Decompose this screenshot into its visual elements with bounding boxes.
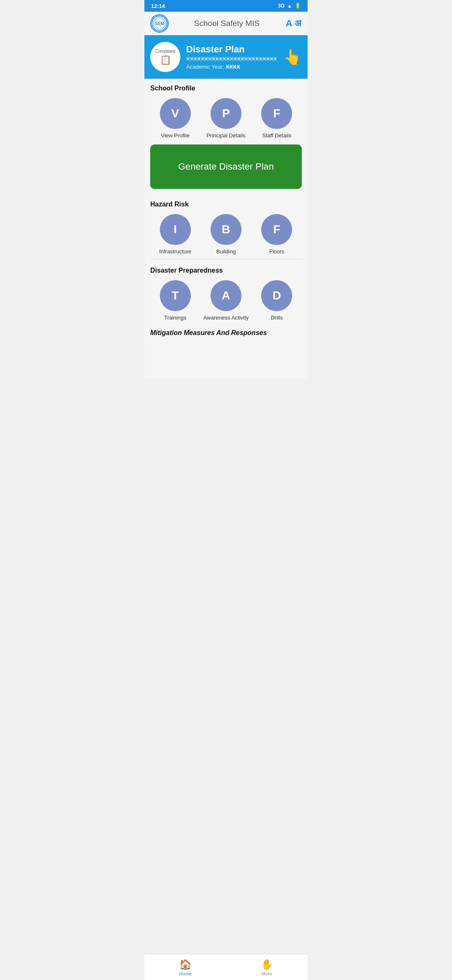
drills-label: Drills <box>271 315 283 321</box>
generate-btn-wrapper: Generate Disaster Plan <box>144 141 308 195</box>
trainings-label: Trainings <box>164 315 186 321</box>
signal-icon: ▲ <box>287 3 292 9</box>
app-title: School Safety MIS <box>194 19 259 28</box>
school-profile-section: School Profile V View Profile P Principa… <box>144 79 308 141</box>
drills-circle: D <box>261 280 292 311</box>
academic-year-label: Academic Year: <box>186 64 224 70</box>
infrastructure-label: Infrastructure <box>159 248 191 255</box>
section-divider-1 <box>150 259 302 259</box>
infrastructure-circle: I <box>160 214 191 245</box>
principal-details-circle: P <box>211 98 241 129</box>
academic-year-value: XXXX <box>226 64 240 70</box>
staff-details-label: Staff Details <box>262 132 291 139</box>
generate-disaster-plan-button[interactable]: Generate Disaster Plan <box>150 144 302 189</box>
language-toggle[interactable]: A अ <box>285 15 302 32</box>
hazard-risk-title: Hazard Risk <box>150 201 302 208</box>
disaster-preparedness-section: Disaster Preparedness T Trainings A Awar… <box>144 261 308 323</box>
banner-title: Disaster Plan <box>186 44 277 55</box>
staff-details-item[interactable]: F Staff Details <box>254 98 300 139</box>
building-circle: B <box>211 214 241 245</box>
awareness-activity-circle: A <box>211 280 241 311</box>
floors-item[interactable]: F Floors <box>254 214 300 255</box>
mitigation-title: Mitigation Measures And Responses <box>150 329 302 337</box>
main-content: School Profile V View Profile P Principa… <box>144 79 308 379</box>
completed-label: Completed <box>155 49 175 54</box>
completed-circle: Completed 📋 <box>150 42 180 72</box>
awareness-activity-item[interactable]: A Awareness Activity <box>203 280 249 321</box>
view-profile-item[interactable]: V View Profile <box>152 98 198 139</box>
disaster-banner[interactable]: Completed 📋 Disaster Plan XXXXXXXXXXXXXX… <box>144 35 308 79</box>
principal-details-item[interactable]: P Principal Details <box>203 98 249 139</box>
banner-text: Disaster Plan XXXXXXXXXXXXXXXXXXXXXXXXX … <box>186 44 277 70</box>
banner-year: Academic Year: XXXX <box>186 64 277 70</box>
building-item[interactable]: B Building <box>203 214 249 255</box>
status-time: 12:14 <box>151 3 165 9</box>
building-label: Building <box>216 248 236 255</box>
mitigation-section: Mitigation Measures And Responses <box>144 323 308 345</box>
svg-text:SSM: SSM <box>155 21 164 26</box>
staff-details-circle: F <box>261 98 292 129</box>
app-bar: SSM School Safety MIS A अ <box>144 12 308 35</box>
view-profile-circle: V <box>160 98 191 129</box>
status-bar: 12:14 3G ▲ 🔋 <box>144 0 308 12</box>
disaster-preparedness-title: Disaster Preparedness <box>150 267 302 274</box>
hazard-risk-grid: I Infrastructure B Building F Floors <box>150 214 302 255</box>
status-icons: 3G ▲ 🔋 <box>278 3 301 9</box>
principal-details-label: Principal Details <box>206 132 245 139</box>
banner-left: Completed 📋 Disaster Plan XXXXXXXXXXXXXX… <box>150 42 277 72</box>
trainings-item[interactable]: T Trainings <box>152 280 198 321</box>
floors-circle: F <box>261 214 292 245</box>
app-logo: SSM <box>150 14 169 33</box>
school-profile-grid: V View Profile P Principal Details F Sta… <box>150 98 302 139</box>
hazard-risk-section: Hazard Risk I Infrastructure B Building … <box>144 195 308 257</box>
battery-icon: 🔋 <box>295 3 301 9</box>
school-profile-title: School Profile <box>150 85 302 92</box>
banner-subtitle: XXXXXXXXXXXXXXXXXXXXXXXXX <box>186 56 277 62</box>
network-icon: 3G <box>278 3 285 9</box>
drills-item[interactable]: D Drills <box>254 280 300 321</box>
completed-icon: 📋 <box>160 54 171 65</box>
awareness-activity-label: Awareness Activity <box>203 315 249 321</box>
banner-hand-icon: 👆 <box>283 48 302 66</box>
trainings-circle: T <box>160 280 191 311</box>
infrastructure-item[interactable]: I Infrastructure <box>152 214 198 255</box>
view-profile-label: View Profile <box>161 132 189 139</box>
floors-label: Floors <box>269 248 284 255</box>
disaster-preparedness-grid: T Trainings A Awareness Activity D Drill… <box>150 280 302 321</box>
lang-icon: A अ <box>285 18 301 29</box>
